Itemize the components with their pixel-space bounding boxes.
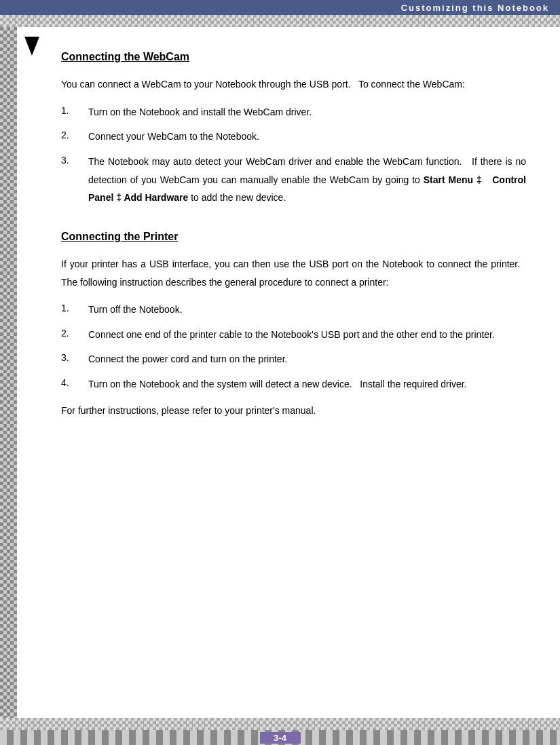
- printer-step-1: 1. Turn off the Notebook.: [61, 301, 526, 319]
- printer-step-3: 3. Connect the power cord and turn on th…: [61, 350, 526, 368]
- printer-section-title: Connecting the Printer: [61, 227, 526, 246]
- step-content-1: Turn on the Notebook and install the Web…: [88, 103, 526, 121]
- webcam-intro: You can connect a WebCam to your Noteboo…: [61, 75, 526, 94]
- step-content-2: Connect your WebCam to the Notebook.: [88, 128, 526, 146]
- webcam-section: Connecting the WebCam You can connect a …: [61, 47, 526, 207]
- webcam-step-2: 2. Connect your WebCam to the Notebook.: [61, 128, 526, 146]
- step-content-3: The Notebook may auto detect your WebCam…: [88, 153, 526, 207]
- printer-step-number-3: 3.: [61, 350, 88, 366]
- right-margin: [546, 27, 560, 718]
- printer-footer-note: For further instructions, please refer t…: [61, 403, 526, 419]
- header-title: Customizing this Notebook: [401, 3, 549, 13]
- printer-step-2: 2. Connect one end of the printer cable …: [61, 326, 526, 344]
- printer-step-content-1: Turn off the Notebook.: [88, 301, 526, 319]
- printer-step-content-2: Connect one end of the printer cable to …: [88, 326, 526, 344]
- printer-intro: If your printer has a USB interface, you…: [61, 255, 526, 291]
- printer-step-4: 4. Turn on the Notebook and the system w…: [61, 375, 526, 394]
- step-number-3: 3.: [61, 153, 88, 169]
- webcam-steps-list: 1. Turn on the Notebook and install the …: [61, 103, 526, 207]
- bold-menu-path: Start Menu ‡ Control Panel ‡ Add Hardwar…: [88, 174, 526, 204]
- printer-step-number-4: 4.: [61, 375, 88, 391]
- printer-step-content-4: Turn on the Notebook and the system will…: [88, 375, 526, 394]
- step-number-2: 2.: [61, 128, 88, 144]
- webcam-step-3: 3. The Notebook may auto detect your Web…: [61, 153, 526, 207]
- webcam-section-title: Connecting the WebCam: [61, 47, 526, 66]
- printer-step-number-1: 1.: [61, 301, 88, 317]
- step-number-1: 1.: [61, 103, 88, 119]
- left-margin: [0, 27, 54, 718]
- header-bar: Customizing this Notebook: [0, 0, 560, 15]
- printer-step-number-2: 2.: [61, 326, 88, 342]
- bottom-decorative-border: [0, 718, 560, 730]
- svg-marker-0: [24, 37, 39, 56]
- down-arrow-icon: [24, 37, 39, 58]
- printer-step-content-3: Connect the power cord and turn on the p…: [88, 350, 526, 368]
- webcam-step-1: 1. Turn on the Notebook and install the …: [61, 103, 526, 121]
- left-checker-pattern: [0, 27, 17, 718]
- printer-section: Connecting the Printer If your printer h…: [61, 227, 526, 419]
- top-decorative-border: [0, 15, 560, 27]
- page-number: 3-4: [260, 732, 301, 744]
- printer-steps-list: 1. Turn off the Notebook. 2. Connect one…: [61, 301, 526, 393]
- main-content: Connecting the WebCam You can connect a …: [54, 27, 546, 718]
- footer-bar: 3-4: [0, 730, 560, 745]
